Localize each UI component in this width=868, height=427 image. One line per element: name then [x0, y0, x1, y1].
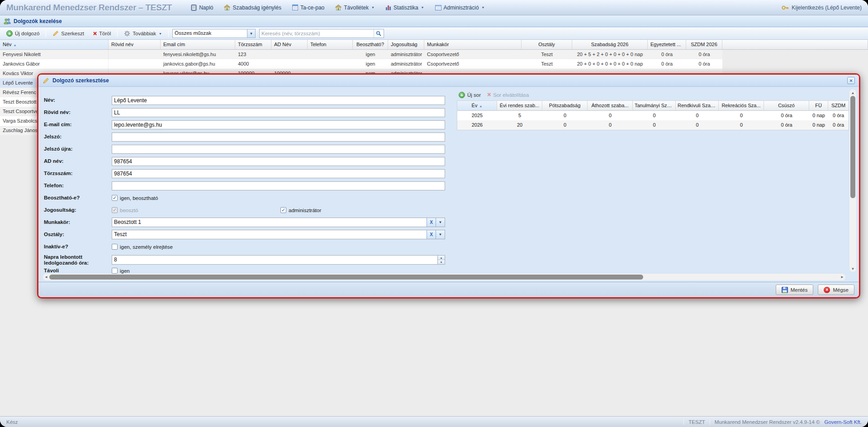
chevron-down-icon[interactable]: ▼ [436, 218, 445, 227]
new-row-button[interactable]: + Új sor [459, 92, 481, 98]
column-header-beoszthato[interactable]: Beosztható? [353, 40, 388, 49]
scroll-down-icon[interactable]: ▼ [851, 266, 855, 272]
rovid-nev-field[interactable] [112, 108, 445, 117]
column-header-telefon[interactable]: Telefon [308, 40, 353, 49]
field-label-telefon: Telefon: [44, 183, 112, 189]
logout-button[interactable]: Kijelentkezés (Lépő Levente) [782, 5, 862, 11]
column-header-osztaly[interactable]: Osztály [522, 40, 572, 49]
scrollbar-thumb[interactable] [850, 96, 855, 198]
nev-field[interactable] [112, 96, 445, 105]
torzsszam-field[interactable] [112, 169, 445, 178]
column-header-fu[interactable]: FÜ [809, 101, 828, 110]
sort-asc-icon: ▲ [479, 104, 482, 108]
field-label-jogosultsag: Jogosultság: [44, 207, 112, 213]
adminisztrator-checkbox[interactable]: ✓ [280, 207, 286, 213]
field-label-beoszthato: Beosztható-e? [44, 195, 112, 201]
new-employee-button[interactable]: + Új dolgozó [4, 29, 42, 38]
field-label-napi-ora: Napra lebontott ledolgozandó óra: [44, 254, 112, 266]
menu-item-ta-ce-pao[interactable]: Ta-ce-pao [292, 5, 324, 11]
column-header-tanulmanyi[interactable]: Tanulmányi Sza... [633, 101, 676, 110]
status-text: Kész [6, 419, 18, 425]
email-field[interactable] [112, 120, 445, 129]
delete-button[interactable]: × Töröl [90, 30, 114, 38]
column-header-ad-nev[interactable]: AD Név [271, 40, 308, 49]
vacation-grid: Év▲ Évi rendes szab... Pótszabadság Átho… [457, 100, 849, 130]
column-header-szabadsag[interactable]: Szabadság 2026 [572, 40, 648, 49]
column-header-szdm[interactable]: SZDM [828, 101, 849, 110]
spinner-up-icon[interactable]: ▲ [438, 256, 445, 260]
horizontal-scrollbar[interactable]: ◄ ► [43, 274, 845, 280]
column-header-szdm[interactable]: SZDM 2026 [686, 40, 722, 49]
edit-employee-dialog: Dolgozó szerkesztése × Név: Rövid név: E… [37, 73, 860, 299]
inaktiv-checkbox[interactable] [112, 244, 118, 250]
column-header-torzsszam[interactable]: Törzsszám [235, 40, 271, 49]
chevron-down-icon: ▼ [371, 6, 375, 9]
column-header-athozott[interactable]: Áthozott szaba... [588, 101, 633, 110]
vacation-row[interactable]: 2026 20 0 0 0 0 0 0 óra 0 nap 0 óra [457, 120, 849, 130]
scroll-left-icon[interactable]: ◄ [43, 275, 49, 279]
column-header-rendkivuli[interactable]: Rendkivuli Szab... [676, 101, 719, 110]
employee-form: Név: Rövid név: E-mail cím: Jelszó: Jels… [44, 94, 453, 278]
column-header-email[interactable]: Email cím [161, 40, 235, 49]
munkakor-combo[interactable]: Beosztott 1 X ▼ [112, 218, 445, 227]
field-label-nev: Név: [44, 97, 112, 103]
osztaly-combo[interactable]: Teszt X ▼ [112, 230, 445, 239]
beoszthato-checkbox[interactable]: ✓ [112, 195, 118, 201]
ad-nev-field[interactable] [112, 157, 445, 166]
scroll-up-icon[interactable]: ▲ [851, 90, 855, 96]
field-label-munkakor: Munkakör: [44, 219, 112, 225]
jelszo-ujra-field[interactable] [112, 145, 445, 154]
field-label-jelszo-ujra: Jelszó újra: [44, 146, 112, 152]
dialog-header[interactable]: Dolgozó szerkesztése × [38, 75, 859, 87]
chevron-down-icon[interactable]: ▼ [436, 230, 445, 239]
column-header-potszabadsag[interactable]: Pótszabadság [542, 101, 588, 110]
company-link[interactable]: Govern-Soft Kft. [825, 419, 862, 425]
menu-item-statisztika[interactable]: Statisztika ▼ [385, 5, 424, 11]
column-header-nev[interactable]: Név▲ [0, 40, 109, 49]
search-button[interactable] [374, 29, 384, 38]
save-button[interactable]: Mentés [776, 285, 814, 295]
field-label-osztaly: Osztály: [44, 232, 112, 237]
telefon-field[interactable] [112, 181, 445, 190]
column-header-evi-rendes[interactable]: Évi rendes szab... [497, 101, 542, 110]
save-icon [782, 287, 788, 293]
vacation-row[interactable]: 2025 5 0 0 0 0 0 0 óra 0 nap 0 óra [457, 111, 849, 120]
table-row[interactable]: Fenyvesi Nikolett fenyvesi.nikolett@gs.h… [0, 50, 722, 59]
column-header-csuszo[interactable]: Csúszó [764, 101, 809, 110]
menu-item-szabadsag-igenyles[interactable]: Szabadság igénylés [224, 5, 281, 11]
field-label-email: E-mail cím: [44, 122, 112, 128]
remove-row-button[interactable]: × Sor elvátolítása [487, 92, 529, 98]
column-header-munkakor[interactable]: Munkakör [424, 40, 522, 49]
vertical-scrollbar[interactable]: ▲ ▼ [849, 90, 856, 272]
cancel-button[interactable]: × Mégse [818, 285, 854, 295]
scrollbar-thumb[interactable] [49, 275, 643, 280]
shift-filter-combo[interactable]: Összes műszak ▼ [172, 29, 256, 38]
menu-item-adminisztracio[interactable]: Adminisztráció ▼ [435, 5, 485, 11]
search-input[interactable] [260, 31, 374, 36]
column-header-rekreacios[interactable]: Rekreációs Sza... [719, 101, 764, 110]
scroll-right-icon[interactable]: ► [839, 275, 845, 279]
more-button[interactable]: Továbbiak ▼ [121, 29, 165, 38]
combo-dropdown-button[interactable]: ▼ [247, 29, 255, 38]
cancel-icon: × [824, 287, 830, 293]
column-header-ev[interactable]: Év▲ [457, 101, 497, 110]
pencil-icon [43, 77, 49, 84]
version-text: Munkarend Menedzser Rendszer v2.4.9-14 © [715, 419, 820, 425]
menu-item-naplo[interactable]: Napló [191, 5, 213, 11]
jelszo-field[interactable] [112, 133, 445, 142]
column-header-jogosultsag[interactable]: Jogosultság [388, 40, 424, 49]
clear-icon[interactable]: X [427, 218, 436, 227]
edit-button[interactable]: Szerkeszt [50, 29, 87, 38]
menu-item-tavolletek[interactable]: Távollétek ▼ [335, 5, 375, 11]
status-separator [683, 419, 684, 425]
spinner-down-icon[interactable]: ▼ [438, 260, 445, 264]
column-header-egyeztetett[interactable]: Egyeztetett ... [648, 40, 686, 49]
tavoli-checkbox[interactable] [112, 268, 118, 274]
close-icon[interactable]: × [847, 77, 855, 84]
dialog-footer: Mentés × Mégse [38, 282, 859, 297]
plus-icon: + [6, 30, 13, 37]
table-row[interactable]: Jankovics Gábor jankovics.gabor@gs.hu 40… [0, 59, 722, 69]
napi-ora-spinner[interactable]: 8 ▲ ▼ [112, 255, 445, 265]
column-header-rovid-nev[interactable]: Rövid név [109, 40, 161, 49]
clear-icon[interactable]: X [427, 230, 436, 239]
